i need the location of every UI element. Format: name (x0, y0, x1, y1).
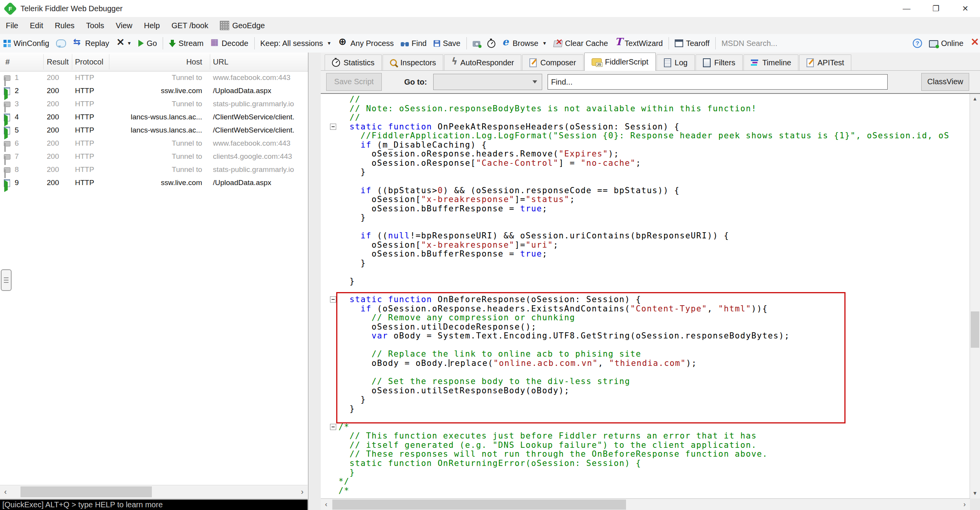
code-line: } (339, 258, 366, 268)
hscroll-thumb[interactable] (20, 486, 152, 497)
tab-composer[interactable]: Composer (522, 54, 583, 70)
editor-hscrollbar[interactable]: ‹ › (321, 498, 970, 510)
scroll-left-icon[interactable]: ‹ (0, 485, 11, 499)
fold-toggle-icon[interactable] (330, 124, 336, 130)
panel-splitter[interactable] (308, 53, 321, 510)
url: /ClientWebService/client. (213, 124, 294, 137)
quickexec-bar[interactable]: [QuickExec] ALT+Q > type HELP to learn m… (0, 500, 308, 510)
timer-button[interactable] (484, 36, 499, 51)
menu-item-label: GET /book (172, 21, 208, 30)
tab-label: Log (675, 58, 687, 67)
tab-inspectors[interactable]: Inspectors (383, 54, 443, 70)
code-segment: oSession.oResponse[ (339, 158, 476, 168)
column-header-result[interactable]: Result (47, 53, 69, 71)
hscroll-thumb[interactable] (332, 500, 626, 510)
session-row[interactable]: 4200HTTPlancs-wsus.lancs.ac.../ClientWeb… (0, 110, 308, 124)
close-button[interactable]: ✕ (951, 0, 980, 17)
menu-item-geoedge[interactable]: GeoEdge (214, 17, 271, 34)
session-row[interactable]: 5200HTTPlancs-wsus.lancs.ac.../ClientWeb… (0, 124, 308, 137)
tab-fiddlerscript[interactable]: FiddlerScript (584, 53, 656, 71)
menu-item-rules[interactable]: Rules (49, 17, 80, 34)
restore-button[interactable]: ❐ (921, 0, 951, 17)
remove-sessions-icon (116, 39, 123, 48)
scroll-up-icon[interactable]: ▲ (970, 94, 980, 104)
code-segment: oSession[ (339, 195, 421, 204)
tab-apitest[interactable]: APITest (799, 54, 851, 70)
tab-timeline[interactable]: Timeline (744, 54, 799, 70)
save-button[interactable]: Save (430, 36, 464, 51)
session-row[interactable]: 2200HTTPssw.live.com/UploadData.aspx (0, 84, 308, 97)
tearoff-button[interactable]: Tearoff (671, 36, 713, 51)
vscroll-thumb[interactable] (971, 311, 979, 348)
url: stats-public.grammarly.io (213, 163, 294, 176)
scroll-right-icon[interactable]: › (297, 485, 308, 499)
code-segment (339, 304, 361, 313)
code-segment: oSession.utilDecodeResponse(); (339, 322, 537, 332)
winconfig-button[interactable]: WinConfig (0, 36, 53, 51)
session-list-hscrollbar[interactable]: ‹ › (0, 485, 308, 499)
menu-item-tools[interactable]: Tools (80, 17, 110, 34)
editor-vscrollbar[interactable]: ▲ ▼ (970, 94, 980, 498)
result-code: 200 (47, 124, 59, 137)
session-row[interactable]: 7200HTTPTunnel toclients4.google.com:443 (0, 150, 308, 163)
fold-toggle-icon[interactable] (330, 296, 336, 303)
browse-button[interactable]: Browse▼ (499, 36, 551, 51)
code-segment: ; (542, 204, 548, 213)
tab-filters[interactable]: Filters (696, 54, 742, 70)
clear-cache-button[interactable]: Clear Cache (550, 36, 611, 51)
find-input[interactable] (548, 74, 888, 90)
session-row[interactable]: 1200HTTPTunnel towww.facebook.com:443 (0, 71, 308, 84)
menu-item-file[interactable]: File (0, 17, 24, 34)
menu-item-help[interactable]: Help (138, 17, 166, 34)
save-script-button[interactable]: Save Script (326, 73, 382, 91)
tab-label: AutoResponder (460, 58, 514, 67)
code-line: oSession.utilDecodeResponse(); (339, 322, 537, 332)
menu-item-get-book[interactable]: GET /book (166, 17, 214, 34)
scroll-right-icon[interactable]: › (959, 499, 970, 510)
session-row[interactable]: 9200HTTPssw.live.com/UploadData.aspx (0, 176, 308, 189)
find-button[interactable]: Find (397, 36, 430, 51)
close-x-button[interactable] (967, 36, 980, 51)
tab-log[interactable]: Log (657, 54, 695, 70)
tab-statistics[interactable]: Statistics (325, 54, 382, 70)
column-separator (109, 54, 109, 70)
help-button[interactable] (909, 36, 926, 51)
code-segment: } (339, 277, 355, 286)
result-code: 200 (47, 137, 59, 150)
script-editor[interactable]: // // Note: oSession.responseBodyBytes i… (321, 94, 970, 498)
toolbar-label: Save (443, 39, 461, 48)
msdn-search-button[interactable]: MSDN Search... (718, 36, 781, 51)
code-segment: ; (570, 195, 575, 204)
tab-autoresponder[interactable]: AutoResponder (444, 54, 521, 70)
screenshot-button[interactable] (469, 36, 484, 51)
textwizard-button[interactable]: TextWizard (611, 36, 666, 51)
goto-dropdown[interactable] (433, 74, 542, 90)
any-process-button[interactable]: Any Process (335, 36, 397, 51)
panel-collapse-grip[interactable] (1, 269, 12, 291)
go-button[interactable]: Go (135, 36, 160, 51)
comment-button[interactable] (53, 36, 70, 51)
minimize-button[interactable]: — (892, 0, 921, 17)
stream-button[interactable]: Stream (165, 36, 207, 51)
session-row[interactable]: 8200HTTPTunnel tostats-public.grammarly.… (0, 163, 308, 176)
save-icon (434, 40, 440, 47)
remove-sessions-button[interactable]: ▼ (113, 36, 135, 51)
column-header-url[interactable]: URL (213, 53, 228, 71)
decode-button[interactable]: Decode (207, 36, 252, 51)
classview-button[interactable]: ClassView (921, 73, 969, 91)
online-button[interactable]: Online (926, 36, 967, 51)
menu-item-edit[interactable]: Edit (24, 17, 49, 34)
scroll-left-icon[interactable]: ‹ (321, 499, 332, 510)
session-row[interactable]: 3200HTTPTunnel tostats-public.grammarly.… (0, 97, 308, 110)
menu-item-view[interactable]: View (110, 17, 138, 34)
column-header-host[interactable]: Host (111, 53, 202, 71)
code-line: oSession["x-breakresponse"]="uri"; (339, 240, 559, 250)
fold-toggle-icon[interactable] (330, 424, 336, 430)
replay-button[interactable]: Replay (70, 36, 112, 51)
session-row[interactable]: 6200HTTPTunnel towww.facebook.com:443 (0, 137, 308, 150)
scroll-down-icon[interactable]: ▼ (970, 488, 980, 498)
column-header-protocol[interactable]: Protocol (75, 53, 103, 71)
column-header-number[interactable]: # (5, 53, 10, 71)
session-number: 3 (15, 97, 19, 110)
keep-sessions-button[interactable]: Keep: All sessions▼ (257, 36, 335, 51)
